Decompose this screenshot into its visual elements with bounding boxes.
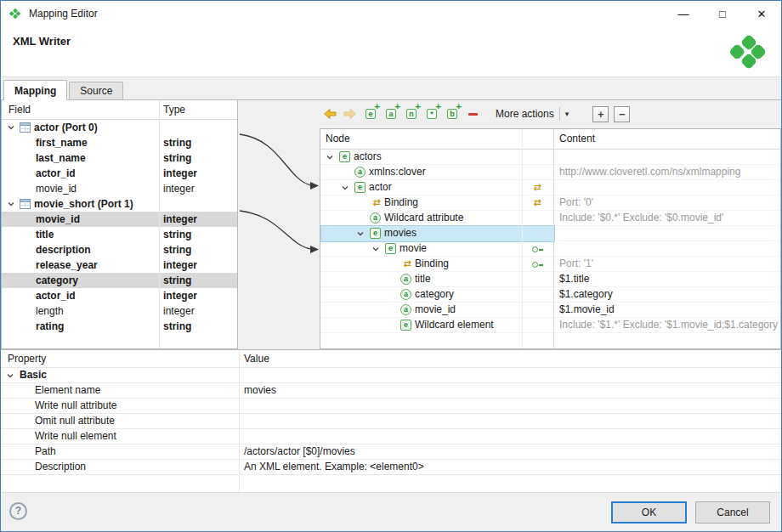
field-type: string (163, 273, 191, 288)
cancel-button[interactable]: Cancel (695, 501, 770, 524)
element-icon (385, 243, 396, 254)
collapse-all-icon[interactable] (614, 106, 630, 122)
mapping-editor-window: Mapping Editor — □ ✕ XML Writer Mapping … (0, 0, 782, 532)
chevron-down-icon[interactable] (371, 245, 380, 253)
tree-row[interactable]: Binding Port: '1' (320, 257, 780, 272)
node-name: movie_id (415, 303, 456, 317)
mapping-arrows (238, 100, 323, 270)
property-value: /actors/actor [$0]/movies (244, 444, 355, 459)
node-name: actor (369, 180, 392, 195)
table-row[interactable]: lengthinteger (2, 303, 237, 319)
field-name: release_year (36, 258, 98, 273)
page-title: XML Writer (13, 35, 71, 48)
table-row[interactable]: descriptionstring (2, 242, 237, 258)
property-row[interactable]: Element namemovies (1, 383, 781, 399)
add-child-element-icon[interactable] (363, 106, 378, 122)
table-row-selected[interactable]: movie_idinteger (2, 212, 237, 227)
property-group-row[interactable]: Basic (1, 368, 781, 383)
node-content: http://www.cloveretl.com/ns/xmlmapping (559, 165, 779, 179)
tab-source[interactable]: Source (69, 82, 123, 99)
ok-button[interactable]: OK (611, 501, 687, 524)
column-header-value: Value (244, 353, 269, 365)
port-record-icon (20, 122, 31, 133)
tree-row[interactable]: Wildcard attribute Include: '$0.*' Exclu… (320, 211, 780, 226)
column-header-property: Property (8, 353, 46, 365)
help-button[interactable]: ? (9, 502, 27, 520)
minimize-icon: — (678, 8, 689, 20)
tree-row[interactable]: movie_id $1.movie_id (320, 303, 780, 318)
map-fields-icon[interactable] (322, 106, 337, 122)
add-namespace-icon[interactable] (404, 106, 419, 122)
node-name: category (415, 287, 454, 302)
app-icon (8, 7, 22, 20)
table-row[interactable]: titlestring (2, 227, 237, 242)
chevron-down-icon[interactable] (7, 123, 15, 132)
tree-row[interactable]: actors (320, 150, 780, 165)
more-actions-button[interactable]: More actions ▾ (490, 105, 574, 123)
node-table-header: Node Content (320, 129, 780, 150)
field-name: movie_id (36, 181, 76, 196)
property-name: Omit null attribute (35, 414, 115, 428)
field-type: integer (163, 303, 195, 319)
property-name: Write null attribute (35, 399, 117, 413)
maximize-icon: □ (719, 8, 726, 20)
field-table-header: Field Type (2, 100, 237, 120)
node-content: $1.movie_id (559, 303, 779, 317)
field-name: movie_short (Port 1) (34, 196, 133, 212)
add-wildcard-element-icon[interactable] (424, 106, 439, 122)
window-controls: — □ ✕ (664, 1, 781, 26)
field-type: integer (163, 258, 197, 273)
tree-row[interactable]: actor (320, 180, 780, 195)
tree-row[interactable]: movie (320, 241, 780, 257)
add-attribute-icon[interactable] (383, 106, 399, 122)
table-row[interactable]: actor_idinteger (2, 166, 237, 181)
window-title: Mapping Editor (29, 8, 98, 20)
property-name: Element name (35, 383, 100, 398)
chevron-down-icon[interactable] (326, 153, 334, 161)
tree-row[interactable]: title $1.title (320, 272, 780, 287)
attribute-icon (370, 212, 381, 224)
node-content: Port: '1' (559, 257, 779, 271)
chevron-down-icon[interactable] (6, 371, 14, 380)
table-row[interactable]: actor_idinteger (2, 288, 237, 303)
minimize-button[interactable]: — (664, 1, 703, 26)
remove-icon[interactable] (465, 106, 480, 122)
maximize-button[interactable]: □ (703, 1, 742, 26)
port-connection-icon (530, 258, 544, 270)
tree-row[interactable]: Wildcard element Include: '$1.*' Exclude… (320, 318, 780, 333)
field-type: string (163, 319, 191, 334)
node-name: movie (400, 241, 427, 256)
element-icon (354, 182, 366, 193)
field-type: string (163, 135, 191, 150)
property-name: Path (35, 444, 56, 459)
table-row[interactable]: movie_short (Port 1) (2, 196, 237, 212)
table-row[interactable]: first_namestring (2, 135, 237, 150)
property-row[interactable]: DescriptionAn XML element. Example: <ele… (1, 460, 781, 475)
table-row[interactable]: release_yearinteger (2, 258, 237, 273)
attribute-icon (400, 289, 411, 300)
table-row[interactable]: last_namestring (2, 150, 237, 166)
chevron-down-icon[interactable] (356, 229, 365, 238)
property-row[interactable]: Write null element (1, 429, 781, 444)
chevron-down-icon[interactable] (7, 200, 15, 208)
table-row[interactable]: ratingstring (2, 319, 237, 334)
table-row[interactable]: actor (Port 0) (2, 120, 237, 135)
property-row[interactable]: Omit null attribute (1, 414, 781, 429)
expand-all-icon[interactable] (592, 106, 609, 122)
chevron-down-icon[interactable] (341, 184, 349, 192)
unmap-fields-icon[interactable] (343, 106, 358, 122)
property-row[interactable]: Path/actors/actor [$0]/movies (1, 444, 781, 460)
add-binding-icon[interactable] (445, 106, 460, 122)
tree-row-selected[interactable]: movies (320, 226, 780, 241)
node-name: Binding (384, 195, 418, 210)
table-row-selected[interactable]: categorystring (2, 273, 237, 288)
table-row[interactable]: movie_idinteger (2, 181, 237, 196)
property-row[interactable]: Write null attribute (1, 399, 781, 414)
tree-row[interactable]: category $1.category (320, 287, 780, 303)
property-value: movies (244, 383, 276, 398)
close-button[interactable]: ✕ (742, 1, 781, 26)
tab-mapping[interactable]: Mapping (3, 80, 67, 100)
node-name: Wildcard element (415, 318, 494, 332)
tree-row[interactable]: Binding Port: '0' (320, 195, 780, 211)
tree-row[interactable]: xmlns:clover http://www.cloveretl.com/ns… (320, 165, 780, 180)
